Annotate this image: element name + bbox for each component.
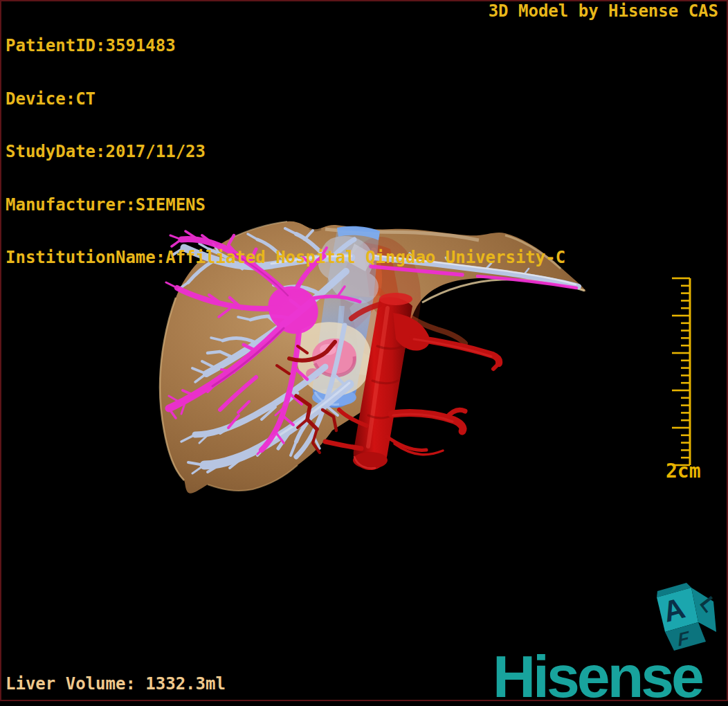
watermark-label: 3D Model by Hisense CAS bbox=[489, 2, 718, 20]
institution-line: InstitutionName:Affiliated Hospital Qing… bbox=[6, 249, 565, 267]
liver-volume-label: Liver Volume: 1332.3ml bbox=[6, 674, 226, 694]
patient-id-line: PatientID:3591483 bbox=[6, 37, 565, 55]
scale-ruler-ticks bbox=[672, 278, 690, 465]
scale-ruler bbox=[672, 278, 690, 465]
orientation-cube[interactable]: A L F bbox=[657, 583, 722, 651]
hisense-logo: Hisense bbox=[493, 646, 702, 706]
scale-ruler-label: 2cm bbox=[666, 460, 701, 482]
patient-info-overlay: PatientID:3591483 Device:CT StudyDate:20… bbox=[6, 2, 565, 302]
study-date-line: StudyDate:2017/11/23 bbox=[6, 143, 565, 161]
device-line: Device:CT bbox=[6, 91, 565, 109]
cas-3d-viewer-window: A L F PatientID:3591483 Device:CT StudyD… bbox=[0, 0, 728, 706]
manufacturer-line: Manufacturer:SIEMENS bbox=[6, 197, 565, 215]
